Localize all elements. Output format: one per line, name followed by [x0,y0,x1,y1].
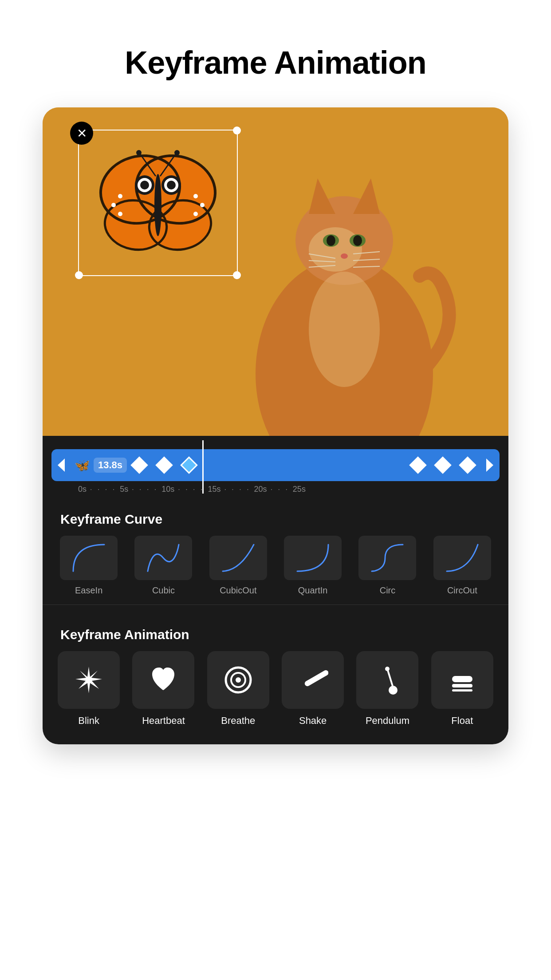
timeline-track-icon: 🦋 [75,458,90,473]
anim-icon-breathe [207,651,269,709]
anim-icon-blink [58,651,120,709]
curve-quartin[interactable]: QuartIn [280,536,346,596]
curve-easein[interactable]: EaseIn [56,536,122,596]
anim-label-float: Float [451,715,473,727]
svg-point-37 [193,194,198,198]
curve-label-cubicout: CubicOut [220,585,256,596]
keyframe-curve-header: Keyframe Curve [43,498,508,536]
anim-label-pendulum: Pendulum [366,715,409,727]
svg-point-58 [389,686,398,695]
curve-label-quartin: QuartIn [298,585,328,596]
page-title: Keyframe Animation [125,44,426,81]
keyframe-diamond-2[interactable] [155,456,173,474]
svg-point-30 [140,181,149,190]
svg-rect-56 [304,669,328,687]
svg-rect-51 [367,540,407,576]
svg-marker-45 [58,458,65,472]
anim-label-blink: Blink [78,715,99,727]
timeline-arrow-right[interactable] [480,449,500,481]
anim-icon-pendulum [356,651,418,709]
svg-point-36 [118,212,122,216]
curve-preview-cubicout [209,536,267,580]
curve-preview-easein [60,536,118,580]
canvas-area: ✕ [43,107,508,436]
anim-icon-shake [282,651,344,709]
timeline-ruler: 0s · · · · 5s · · · · 10s · · · · 15s · … [51,481,500,494]
animation-options: Blink Heartbeat [43,651,508,727]
anim-float[interactable]: Float [429,651,495,727]
anim-heartbeat[interactable]: Heartbeat [130,651,196,727]
svg-rect-62 [452,689,472,692]
curve-options: EaseIn Cubic [43,536,508,596]
svg-point-13 [309,272,380,387]
svg-point-34 [118,194,122,198]
svg-point-42 [136,150,142,155]
svg-point-33 [167,181,176,190]
resize-handle-bl[interactable] [75,271,83,279]
anim-label-breathe: Breathe [221,715,255,727]
svg-rect-50 [293,540,333,576]
svg-point-18 [327,235,335,246]
curve-circ[interactable]: Circ [354,536,420,596]
close-button[interactable]: ✕ [70,122,93,145]
timeline-inner: 🦋 13.8s [71,449,480,481]
keyframe-diamond-4[interactable] [434,456,452,474]
time-badge: 13.8s [94,458,127,473]
curve-preview-cubic [134,536,192,580]
curve-cubicout[interactable]: CubicOut [205,536,271,596]
bottom-panel: 🦋 13.8s [43,436,508,744]
svg-rect-47 [69,540,109,576]
svg-point-40 [154,174,161,236]
curve-circout[interactable]: CircOut [429,536,495,596]
anim-shake[interactable]: Shake [280,651,346,727]
svg-rect-61 [452,684,472,688]
timeline-container: 🦋 13.8s [43,436,508,498]
curve-label-circout: CircOut [447,585,477,596]
svg-point-44 [174,150,180,155]
svg-point-6 [341,253,348,259]
curve-label-easein: EaseIn [75,585,102,596]
app-container: ✕ [43,107,508,744]
svg-rect-52 [442,540,482,576]
curve-cubic[interactable]: Cubic [130,536,196,596]
anim-label-heartbeat: Heartbeat [142,715,185,727]
keyframe-animation-header: Keyframe Animation [43,614,508,651]
svg-point-55 [236,677,241,683]
anim-label-shake: Shake [299,715,327,727]
anim-breathe[interactable]: Breathe [205,651,271,727]
svg-line-57 [387,669,393,688]
curve-preview-circ [358,536,416,580]
anim-blink[interactable]: Blink [56,651,122,727]
svg-point-19 [353,235,362,246]
keyframe-diamond-1[interactable] [130,456,148,474]
keyframe-diamond-5[interactable] [459,456,476,474]
butterfly-sticker[interactable] [79,130,237,275]
svg-point-59 [385,667,390,671]
svg-marker-46 [486,458,493,472]
anim-pendulum[interactable]: Pendulum [354,651,420,727]
timeline-scrubber[interactable] [202,440,204,494]
timeline-arrow-left[interactable] [51,449,71,481]
divider [43,605,508,605]
timeline-track: 🦋 13.8s [51,449,500,481]
anim-icon-float [431,651,493,709]
curve-label-cubic: Cubic [152,585,175,596]
svg-point-39 [193,212,198,216]
anim-icon-heartbeat [132,651,194,709]
svg-point-35 [111,203,116,207]
svg-rect-49 [218,540,258,576]
curve-preview-quartin [284,536,342,580]
resize-handle-br[interactable] [233,271,241,279]
curve-label-circ: Circ [380,585,396,596]
svg-rect-60 [452,676,472,682]
keyframe-diamond-selected[interactable] [180,456,198,474]
keyframe-diamond-3[interactable] [409,456,427,474]
svg-point-5 [309,227,362,272]
svg-point-14 [278,396,322,423]
resize-handle-tr[interactable] [233,126,241,134]
butterfly-selection-box: ✕ [78,130,238,276]
svg-point-38 [200,203,205,207]
curve-preview-circout [433,536,491,580]
